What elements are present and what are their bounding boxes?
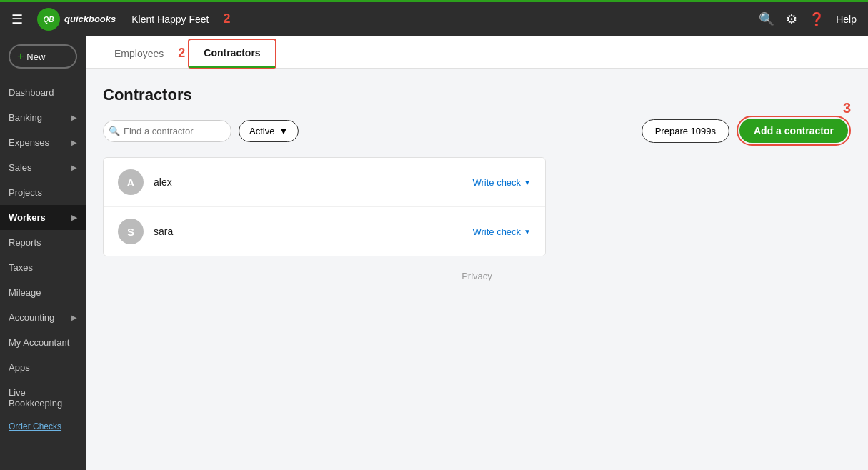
sidebar-label-workers: Workers bbox=[9, 212, 46, 223]
search-input[interactable] bbox=[103, 120, 231, 142]
sidebar-item-workers[interactable]: Workers ▶ bbox=[0, 205, 86, 230]
step2-number: 2 bbox=[178, 46, 185, 68]
search-icon-small: 🔍 bbox=[109, 126, 120, 136]
sidebar-label-my-accountant: My Accountant bbox=[9, 337, 69, 348]
hamburger-icon[interactable]: ☰ bbox=[11, 11, 23, 27]
sidebar-item-banking[interactable]: Banking ▶ bbox=[0, 105, 86, 130]
contractor-list: A alex Write check ▼ S sara Write check … bbox=[103, 157, 546, 256]
help-circle-icon[interactable]: ❓ bbox=[809, 11, 824, 27]
filter-label: Active bbox=[249, 126, 274, 136]
sidebar-item-live-bookkeeping[interactable]: Live Bookkeeping bbox=[0, 380, 86, 416]
qb-brand-text: quickbooks bbox=[64, 14, 116, 24]
sidebar-label-sales: Sales bbox=[9, 162, 32, 173]
help-label[interactable]: Help bbox=[836, 14, 857, 25]
sidebar-label-taxes: Taxes bbox=[9, 262, 33, 273]
sidebar-label-projects: Projects bbox=[9, 187, 42, 198]
top-bar-left: ☰ QB quickbooks Klent Happy Feet 2 bbox=[11, 8, 230, 31]
sidebar-label-dashboard: Dashboard bbox=[9, 87, 54, 98]
sidebar-label-expenses: Expenses bbox=[9, 137, 49, 148]
quickbooks-logo: QB quickbooks bbox=[37, 8, 116, 31]
order-checks-link[interactable]: Order Checks bbox=[0, 416, 86, 437]
privacy-label[interactable]: Privacy bbox=[462, 271, 492, 281]
sidebar: + New Dashboard Banking ▶ Expenses ▶ Sal… bbox=[0, 36, 86, 470]
sidebar-item-sales[interactable]: Sales ▶ bbox=[0, 155, 86, 180]
app-body: + New Dashboard Banking ▶ Expenses ▶ Sal… bbox=[0, 36, 868, 470]
page-title: Contractors bbox=[103, 86, 851, 104]
table-row: A alex Write check ▼ bbox=[104, 158, 545, 207]
chevron-right-icon: ▶ bbox=[71, 164, 77, 171]
search-icon[interactable]: 🔍 bbox=[759, 11, 774, 27]
sidebar-item-projects[interactable]: Projects bbox=[0, 180, 86, 205]
toolbar: 🔍 Active ▼ Prepare 1099s 3 Add a contrac… bbox=[103, 116, 851, 146]
tab-bar: Employees 2 Contractors bbox=[86, 36, 868, 69]
table-row: S sara Write check ▼ bbox=[104, 207, 545, 256]
avatar-alex: A bbox=[118, 169, 144, 195]
sidebar-item-apps[interactable]: Apps bbox=[0, 355, 86, 380]
prepare-1099s-label: Prepare 1099s bbox=[655, 126, 716, 136]
tab-employees[interactable]: Employees bbox=[100, 41, 178, 69]
sidebar-item-accounting[interactable]: Accounting ▶ bbox=[0, 305, 86, 330]
contractor-name-alex[interactable]: alex bbox=[154, 176, 472, 188]
sidebar-item-dashboard[interactable]: Dashboard bbox=[0, 80, 86, 105]
step3-number: 3 bbox=[843, 100, 851, 116]
privacy-footer: Privacy bbox=[103, 271, 851, 281]
active-filter-dropdown[interactable]: Active ▼ bbox=[239, 120, 299, 142]
write-check-label: Write check bbox=[472, 226, 521, 237]
sidebar-label-apps: Apps bbox=[9, 362, 30, 373]
add-contractor-button[interactable]: Add a contractor bbox=[739, 119, 848, 143]
sidebar-label-banking: Banking bbox=[9, 112, 42, 123]
tab-employees-label: Employees bbox=[114, 48, 164, 59]
chevron-right-icon: ▶ bbox=[71, 314, 77, 321]
top-bar: ☰ QB quickbooks Klent Happy Feet 2 🔍 ⚙ ❓… bbox=[0, 0, 868, 36]
svg-text:QB: QB bbox=[44, 16, 54, 24]
avatar-sara: S bbox=[118, 219, 144, 244]
contractor-name-sara[interactable]: sara bbox=[154, 226, 472, 237]
top-bar-right: 🔍 ⚙ ❓ Help bbox=[759, 11, 857, 27]
content-area: Contractors 🔍 Active ▼ Prepare 1099s 3 bbox=[86, 69, 868, 470]
prepare-1099s-button[interactable]: Prepare 1099s bbox=[642, 119, 729, 143]
chevron-right-icon: ▶ bbox=[71, 139, 77, 146]
chevron-down-icon: ▼ bbox=[524, 179, 531, 186]
chevron-right-icon: ▶ bbox=[71, 114, 77, 121]
step2-badge: 2 bbox=[223, 11, 230, 26]
new-button[interactable]: + New bbox=[9, 44, 77, 69]
write-check-sara[interactable]: Write check ▼ bbox=[472, 226, 531, 237]
sidebar-item-taxes[interactable]: Taxes bbox=[0, 255, 86, 280]
plus-icon: + bbox=[17, 50, 24, 63]
sidebar-item-my-accountant[interactable]: My Accountant bbox=[0, 330, 86, 355]
sidebar-label-mileage: Mileage bbox=[9, 287, 41, 298]
new-button-label: New bbox=[26, 51, 45, 62]
add-contractor-label: Add a contractor bbox=[754, 125, 834, 136]
settings-icon[interactable]: ⚙ bbox=[786, 11, 797, 27]
sidebar-label-live-bookkeeping: Live Bookkeeping bbox=[9, 387, 77, 409]
sidebar-item-mileage[interactable]: Mileage bbox=[0, 280, 86, 305]
chevron-down-icon: ▼ bbox=[279, 126, 288, 136]
write-check-label: Write check bbox=[472, 177, 521, 188]
chevron-right-icon: ▶ bbox=[71, 214, 77, 221]
sidebar-label-accounting: Accounting bbox=[9, 312, 54, 323]
sidebar-label-reports: Reports bbox=[9, 237, 41, 248]
company-name: Klent Happy Feet bbox=[131, 14, 209, 25]
tab-contractors-highlight: Contractors bbox=[188, 39, 276, 69]
add-contractor-highlight: Add a contractor bbox=[737, 116, 851, 146]
chevron-down-icon: ▼ bbox=[524, 228, 531, 236]
sidebar-item-reports[interactable]: Reports bbox=[0, 230, 86, 255]
sidebar-item-expenses[interactable]: Expenses ▶ bbox=[0, 130, 86, 155]
write-check-alex[interactable]: Write check ▼ bbox=[472, 177, 531, 188]
search-input-wrapper: 🔍 bbox=[103, 120, 231, 142]
main-content: Employees 2 Contractors Contractors 🔍 bbox=[86, 36, 868, 470]
qb-icon: QB bbox=[37, 8, 60, 31]
tab-contractors-label: Contractors bbox=[204, 47, 260, 59]
tab-contractors[interactable]: Contractors bbox=[189, 40, 274, 68]
